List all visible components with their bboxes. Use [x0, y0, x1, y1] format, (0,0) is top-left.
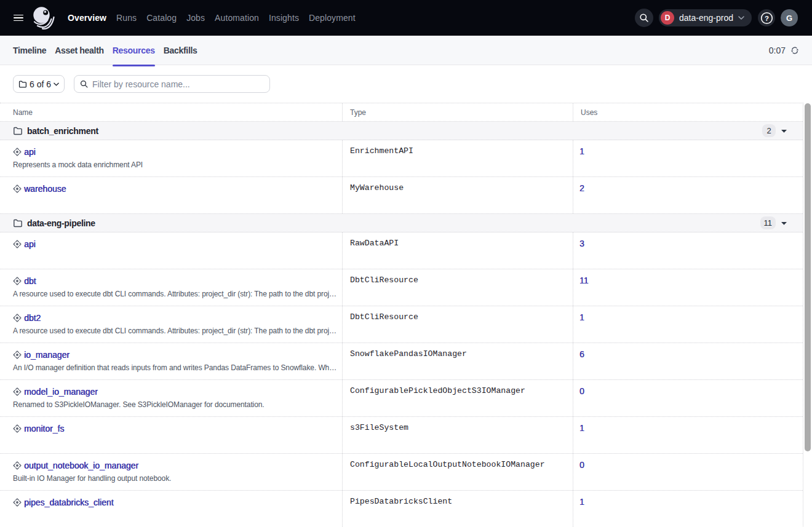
svg-text:?: ? — [765, 14, 769, 22]
